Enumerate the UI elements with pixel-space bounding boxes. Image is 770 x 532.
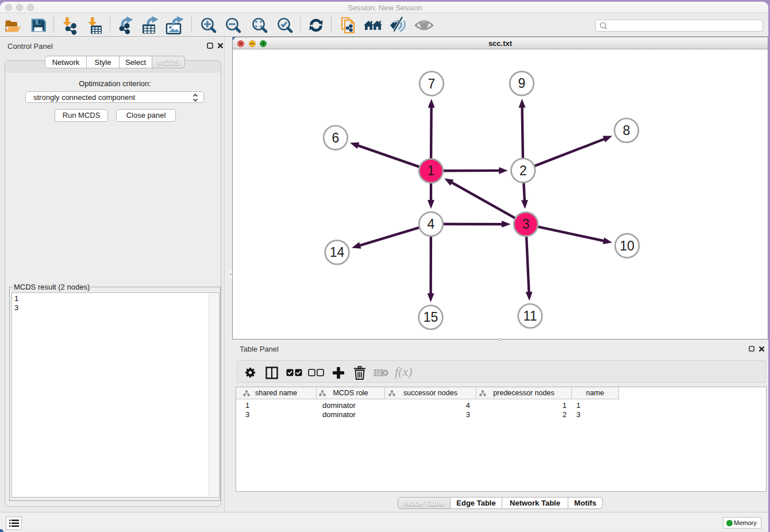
svg-text:9: 9 — [518, 76, 526, 91]
svg-text:11: 11 — [523, 309, 537, 323]
svg-text:4: 4 — [428, 217, 435, 232]
svg-text:14: 14 — [330, 245, 345, 260]
svg-text:3: 3 — [522, 217, 530, 232]
svg-text:7: 7 — [428, 76, 436, 91]
svg-text:6: 6 — [332, 130, 340, 145]
svg-text:15: 15 — [424, 310, 438, 325]
svg-text:10: 10 — [620, 238, 635, 253]
svg-text:1: 1 — [428, 163, 435, 178]
svg-text:8: 8 — [623, 123, 630, 138]
svg-text:2: 2 — [519, 163, 527, 178]
